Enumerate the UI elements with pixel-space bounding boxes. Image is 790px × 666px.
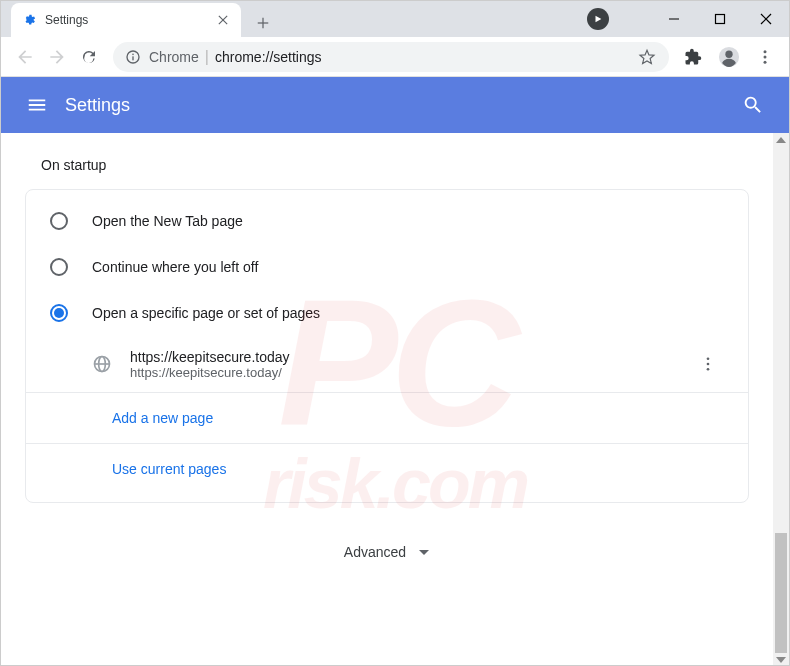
svg-point-20: [707, 363, 710, 366]
reload-button[interactable]: [73, 41, 105, 73]
svg-point-13: [764, 50, 767, 53]
address-bar[interactable]: Chrome | chrome://settings: [113, 42, 669, 72]
chrome-menu-button[interactable]: [749, 41, 781, 73]
radio-label: Open a specific page or set of pages: [92, 305, 320, 321]
minimize-button[interactable]: [651, 1, 697, 37]
hamburger-menu-button[interactable]: [17, 85, 57, 125]
svg-point-12: [725, 50, 732, 57]
new-tab-button[interactable]: [249, 9, 277, 37]
header-title: Settings: [65, 95, 130, 116]
bookmark-star-icon[interactable]: [637, 47, 657, 67]
radio-label: Continue where you left off: [92, 259, 258, 275]
radio-specific-page[interactable]: Open a specific page or set of pages: [26, 290, 748, 336]
omnibox-url: chrome://settings: [215, 49, 322, 65]
page-url: https://keepitsecure.today/: [130, 365, 692, 380]
window-controls: [651, 1, 789, 37]
media-control-button[interactable]: [587, 8, 609, 30]
omnibox-scheme: Chrome: [149, 49, 199, 65]
section-title: On startup: [25, 157, 749, 173]
add-page-row[interactable]: Add a new page: [26, 393, 748, 444]
svg-point-21: [707, 368, 710, 371]
globe-icon: [92, 354, 112, 374]
site-info-icon[interactable]: [125, 49, 141, 65]
radio-icon: [50, 258, 68, 276]
tab-title: Settings: [45, 13, 215, 27]
add-page-link[interactable]: Add a new page: [112, 410, 213, 426]
radio-continue[interactable]: Continue where you left off: [26, 244, 748, 290]
svg-point-14: [764, 55, 767, 58]
profile-button[interactable]: [713, 41, 745, 73]
forward-button[interactable]: [41, 41, 73, 73]
svg-point-15: [764, 60, 767, 63]
advanced-label: Advanced: [344, 544, 406, 560]
startup-page-row: https://keepitsecure.today https://keepi…: [26, 336, 748, 393]
page-more-button[interactable]: [692, 348, 724, 380]
omnibox-separator: |: [205, 48, 209, 66]
extensions-button[interactable]: [677, 41, 709, 73]
close-button[interactable]: [743, 1, 789, 37]
radio-label: Open the New Tab page: [92, 213, 243, 229]
browser-toolbar: Chrome | chrome://settings: [1, 37, 789, 77]
svg-rect-1: [716, 15, 725, 24]
chevron-down-icon: [418, 543, 430, 561]
use-current-row[interactable]: Use current pages: [26, 444, 748, 494]
back-button[interactable]: [9, 41, 41, 73]
startup-card: Open the New Tab page Continue where you…: [25, 189, 749, 503]
search-button[interactable]: [733, 85, 773, 125]
content-area: On startup Open the New Tab page Continu…: [1, 133, 789, 666]
use-current-link[interactable]: Use current pages: [112, 461, 226, 477]
advanced-toggle[interactable]: Advanced: [25, 503, 749, 581]
radio-icon: [50, 212, 68, 230]
svg-point-19: [707, 357, 710, 360]
svg-point-9: [132, 53, 134, 55]
svg-rect-10: [132, 56, 133, 60]
page-name: https://keepitsecure.today: [130, 349, 692, 365]
maximize-button[interactable]: [697, 1, 743, 37]
tab-settings[interactable]: Settings: [11, 3, 241, 37]
settings-gear-icon: [21, 12, 37, 28]
radio-icon: [50, 304, 68, 322]
tab-close-icon[interactable]: [215, 12, 231, 28]
settings-header: Settings: [1, 77, 789, 133]
radio-new-tab[interactable]: Open the New Tab page: [26, 198, 748, 244]
